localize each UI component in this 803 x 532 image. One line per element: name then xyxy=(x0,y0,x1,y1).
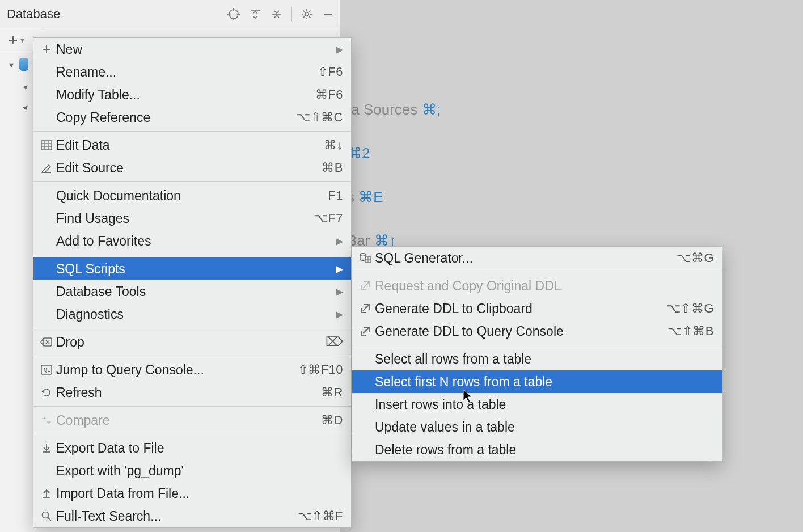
menu-item-label: Rename... xyxy=(55,65,313,80)
delete-icon xyxy=(38,337,55,347)
context-menu-item[interactable]: Edit Data⌘↓ xyxy=(33,134,351,157)
svg-rect-21 xyxy=(41,141,52,150)
svg-point-38 xyxy=(360,254,366,256)
svg-point-7 xyxy=(305,12,308,15)
context-menu-item[interactable]: Add to Favorites▶ xyxy=(33,230,351,252)
collapse-all-icon[interactable] xyxy=(270,7,284,21)
header-toolbar xyxy=(227,7,335,22)
menu-item-label: Refresh xyxy=(55,385,316,400)
link-out-icon xyxy=(357,303,374,314)
menu-item-label: Find Usages xyxy=(55,211,309,226)
sql-scripts-item: Request and Copy Original DDL xyxy=(352,275,722,297)
context-menu-item[interactable]: Export Data to File xyxy=(33,437,351,459)
menu-separator xyxy=(33,406,351,407)
shortcut-label: ⌘F6 xyxy=(311,87,343,102)
context-menu-item[interactable]: Drop⌦ xyxy=(33,331,351,353)
menu-item-label: Quick Documentation xyxy=(55,188,323,204)
menu-item-label: Add to Favorites xyxy=(55,234,331,249)
datasource-icon xyxy=(19,58,28,71)
menu-item-label: Insert rows into a table xyxy=(374,397,714,412)
menu-item-label: Select all rows from a table xyxy=(374,352,714,367)
sql-scripts-item[interactable]: Select first N rows from a table xyxy=(352,370,722,393)
context-menu-item[interactable]: Copy Reference⌥⇧⌘C xyxy=(33,106,351,129)
menu-item-label: Database Tools xyxy=(55,284,331,299)
sql-scripts-item[interactable]: SQL Generator...⌥⌘G xyxy=(352,247,722,269)
chevron-down-icon[interactable]: ▾ xyxy=(9,60,17,70)
context-menu-item[interactable]: Refresh⌘R xyxy=(33,381,351,404)
import-icon xyxy=(38,488,55,499)
chevron-right-icon[interactable]: ▸ xyxy=(20,99,33,112)
context-menu-item[interactable]: Find Usages⌥F7 xyxy=(33,207,351,230)
shortcut-label: F1 xyxy=(323,188,343,203)
context-menu-item[interactable]: Rename...⇧F6 xyxy=(33,61,351,83)
plus-icon xyxy=(38,44,55,54)
sql-scripts-item[interactable]: Generate DDL to Query Console⌥⇧⌘B xyxy=(352,320,722,343)
context-menu-item[interactable]: Import Data from File... xyxy=(33,482,351,505)
chevron-right-icon: ▶ xyxy=(331,286,343,298)
chevron-right-icon: ▶ xyxy=(331,263,343,275)
export-icon xyxy=(38,442,55,454)
sql-scripts-item[interactable]: Insert rows into a table xyxy=(352,393,722,416)
shortcut-label: ⌦ xyxy=(321,335,344,349)
sql-scripts-item[interactable]: Delete rows from a table xyxy=(352,438,722,461)
search-icon xyxy=(38,510,55,522)
context-menu-item[interactable]: Edit Source⌘B xyxy=(33,157,351,179)
separator xyxy=(291,7,292,22)
svg-line-14 xyxy=(303,16,305,18)
menu-item-label: Import Data from File... xyxy=(55,486,343,501)
context-menu-item: Compare⌘D xyxy=(33,409,351,432)
chevron-right-icon: ▶ xyxy=(331,309,343,320)
menu-item-label: SQL Generator... xyxy=(374,251,672,266)
menu-separator xyxy=(33,434,351,434)
sql-scripts-item[interactable]: Update values in a table xyxy=(352,416,722,438)
gear-icon[interactable] xyxy=(300,7,314,21)
refresh-icon xyxy=(38,387,55,398)
shortcut-label: ⌥⇧⌘B xyxy=(663,324,714,339)
chevron-right-icon[interactable]: ▸ xyxy=(20,78,33,91)
link-out-icon xyxy=(357,280,374,292)
menu-item-label: Copy Reference xyxy=(55,110,291,125)
svg-line-42 xyxy=(363,282,369,288)
menu-separator xyxy=(352,345,722,345)
menu-item-label: Generate DDL to Clipboard xyxy=(374,301,662,316)
context-menu-item[interactable]: QLJump to Query Console...⇧⌘F10 xyxy=(33,358,351,381)
edit-icon xyxy=(38,163,55,173)
menu-separator xyxy=(33,181,351,182)
menu-item-label: Diagnostics xyxy=(55,307,331,322)
compare-icon xyxy=(38,415,55,425)
menu-item-label: Full-Text Search... xyxy=(55,509,293,524)
dropdown-caret-icon: ▼ xyxy=(19,37,26,44)
menu-item-label: Select first N rows from a table xyxy=(374,374,714,390)
menu-item-label: New xyxy=(55,42,331,57)
context-menu-item[interactable]: New▶ xyxy=(33,38,351,61)
minimize-icon[interactable] xyxy=(322,7,335,21)
sql-scripts-submenu[interactable]: SQL Generator...⌥⌘GRequest and Copy Orig… xyxy=(352,246,722,462)
chevron-right-icon: ▶ xyxy=(331,235,343,247)
menu-item-label: Export with 'pg_dump' xyxy=(55,463,343,479)
context-menu-item[interactable]: Full-Text Search...⌥⇧⌘F xyxy=(33,505,351,527)
expand-all-icon[interactable] xyxy=(248,7,262,21)
context-menu-item[interactable]: SQL Scripts▶ xyxy=(33,257,351,280)
menu-item-label: Generate DDL to Query Console xyxy=(374,324,663,339)
context-menu-item[interactable]: Modify Table...⌘F6 xyxy=(33,83,351,106)
panel-header: Database xyxy=(0,0,340,28)
hint-row: s ⌘E xyxy=(347,188,441,206)
context-menu-item[interactable]: Quick DocumentationF1 xyxy=(33,184,351,207)
target-icon[interactable] xyxy=(227,7,240,21)
svg-text:QL: QL xyxy=(44,367,50,373)
sql-scripts-item[interactable]: Generate DDL to Clipboard⌥⇧⌘G xyxy=(352,297,722,320)
console-icon: QL xyxy=(38,365,55,375)
menu-item-label: Request and Copy Original DDL xyxy=(374,278,714,294)
link-out-icon xyxy=(357,326,374,337)
sql-scripts-item[interactable]: Select all rows from a table xyxy=(352,348,722,370)
context-menu-item[interactable]: Export with 'pg_dump' xyxy=(33,459,351,482)
menu-item-label: Export Data to File xyxy=(55,441,343,456)
context-menu[interactable]: New▶Rename...⇧F6Modify Table...⌘F6Copy R… xyxy=(33,37,352,528)
shortcut-label: ⌘↓ xyxy=(319,138,343,153)
context-menu-item[interactable]: Database Tools▶ xyxy=(33,280,351,303)
hint-row: ⌘2 xyxy=(347,145,441,162)
menu-separator xyxy=(33,131,351,132)
menu-item-label: Compare xyxy=(55,413,316,428)
menu-separator xyxy=(352,272,722,272)
context-menu-item[interactable]: Diagnostics▶ xyxy=(33,303,351,326)
